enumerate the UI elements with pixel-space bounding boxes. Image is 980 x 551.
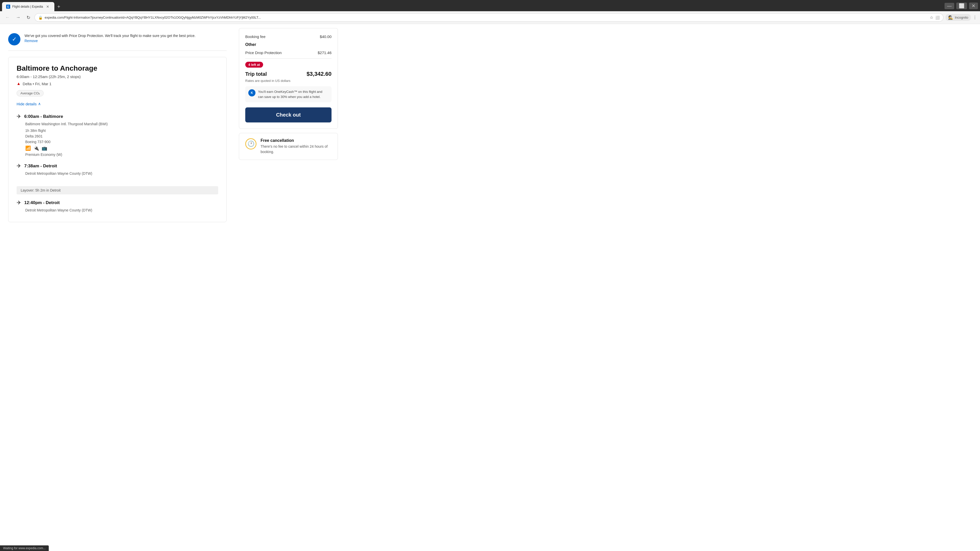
segment-1-duration: 1h 38m flight xyxy=(25,129,218,133)
tab-favicon: E xyxy=(6,5,10,9)
onekeycash-note: K You'll earn OneKeyCash™ on this flight… xyxy=(245,86,331,102)
hide-details-text: Hide details xyxy=(17,102,37,106)
okc-text: You'll earn OneKeyCash™ on this flight a… xyxy=(258,89,328,99)
seats-badge-text: 4 left at xyxy=(245,62,263,68)
other-label: Other xyxy=(245,42,256,47)
price-drop-label: Price Drop Protection xyxy=(245,51,282,55)
status-bar: Waiting for www.expedia.com... xyxy=(0,545,49,551)
price-drop-row: Price Drop Protection $271.46 xyxy=(245,51,331,55)
tab-bar: E Flight details | Expedia ✕ + — ⬜ ✕ xyxy=(0,0,980,11)
price-card: Booking fee $40.00 Other Price Drop Prot… xyxy=(239,28,338,129)
forward-button[interactable]: → xyxy=(14,14,22,21)
hide-details-link[interactable]: Hide details ∧ xyxy=(17,102,218,106)
booking-fee-value: $40.00 xyxy=(320,35,331,39)
refresh-button[interactable]: ↻ xyxy=(24,14,32,21)
departure-plane-2-icon: ✈ xyxy=(17,200,21,206)
airline-text: Delta • Fri, Mar 1 xyxy=(23,82,52,86)
right-sidebar: Booking fee $40.00 Other Price Drop Prot… xyxy=(235,24,342,551)
flight-card: Baltimore to Anchorage 6:00am - 12:25am … xyxy=(8,57,227,222)
cancel-title: Free cancellation xyxy=(261,138,331,143)
segment-3-airport: Detroit Metropolitan Wayne County (DTW) xyxy=(25,208,218,212)
browser-menu-button[interactable]: ⋮ xyxy=(973,15,977,20)
trip-total-row: Trip total $3,342.60 xyxy=(245,71,331,77)
price-drop-value: $271.46 xyxy=(318,51,331,55)
screen-icon: 📺 xyxy=(41,145,47,151)
rates-note: Rates are quoted in US dollars xyxy=(245,79,331,83)
departure-plane-icon: ✈ xyxy=(17,113,21,120)
active-tab[interactable]: E Flight details | Expedia ✕ xyxy=(2,2,54,11)
segment-2-header: ✈ 7:38am - Detroit xyxy=(17,163,218,169)
segment-2: ✈ 7:38am - Detroit Detroit Metropolitan … xyxy=(17,163,218,194)
flight-subtitle: 6:00am - 12:25am (22h 25m, 2 stops) xyxy=(17,75,218,79)
nav-right-controls: 🕵 Incognito ⋮ xyxy=(945,14,977,21)
bookmark-icon[interactable]: ☆ xyxy=(930,15,933,20)
segment-1-header: ✈ 6:00am - Baltimore xyxy=(17,113,218,120)
segment-1-aircraft: Boeing 737-900 xyxy=(25,140,218,144)
incognito-icon: 🕵 xyxy=(948,15,953,20)
new-tab-button[interactable]: + xyxy=(56,3,62,11)
segment-3: ✈ 12:40pm - Detroit Detroit Metropolitan… xyxy=(17,200,218,212)
price-drop-icon: ✓ xyxy=(8,33,21,45)
remove-link[interactable]: Remove xyxy=(24,39,38,43)
maximize-button[interactable]: ⬜ xyxy=(956,3,967,9)
url-text: expedia.com/Flight-Information?journeyCo… xyxy=(45,16,928,19)
delta-triangle-icon: ▲ xyxy=(17,81,21,86)
incognito-label: Incognito xyxy=(955,16,968,19)
booking-fee-label: Booking fee xyxy=(245,35,266,39)
segment-3-header: ✈ 12:40pm - Detroit xyxy=(17,200,218,206)
wifi-icon: 📶 xyxy=(25,145,31,151)
checkout-button[interactable]: Check out xyxy=(245,107,331,122)
segment-1-amenities: 📶 🔌 📺 xyxy=(25,145,218,151)
segment-1-time-place: 6:00am - Baltimore xyxy=(24,114,63,119)
seats-badge: 4 left at xyxy=(245,62,331,71)
trip-total-price: $3,342.60 xyxy=(307,71,331,77)
banner-main-text: We've got you covered with Price Drop Pr… xyxy=(24,33,227,38)
cancel-text-area: Free cancellation There's no fee to canc… xyxy=(261,138,331,155)
power-icon: 🔌 xyxy=(33,145,39,151)
close-window-button[interactable]: ✕ xyxy=(969,3,978,9)
split-view-icon[interactable]: ⬜ xyxy=(935,16,940,20)
clock-icon: 🕐 xyxy=(245,138,256,149)
flight-airline-row: ▲ Delta • Fri, Mar 1 xyxy=(17,81,218,86)
address-bar[interactable]: 🔒 expedia.com/Flight-Information?journey… xyxy=(35,13,943,22)
layover-info: Layover: 5h 2m in Detroit xyxy=(17,186,218,194)
segment-1: ✈ 6:00am - Baltimore Baltimore Washingto… xyxy=(17,113,218,157)
flight-title: Baltimore to Anchorage xyxy=(17,64,218,73)
left-content: ✓ We've got you covered with Price Drop … xyxy=(0,24,235,551)
tab-title: Flight details | Expedia xyxy=(12,5,43,8)
other-section-header: Other xyxy=(245,42,331,47)
browser-chrome: E Flight details | Expedia ✕ + — ⬜ ✕ ← →… xyxy=(0,0,980,24)
segment-1-airport: Baltimore Washington Intl. Thurgood Mars… xyxy=(25,122,218,126)
chevron-up-icon: ∧ xyxy=(38,102,41,106)
lock-icon: 🔒 xyxy=(38,16,43,20)
okc-letter: K xyxy=(251,91,253,95)
incognito-badge: 🕵 Incognito xyxy=(945,14,971,21)
cancel-description: There's no fee to cancel within 24 hours… xyxy=(261,144,331,155)
page-wrapper: ✓ We've got you covered with Price Drop … xyxy=(0,24,980,551)
price-drop-banner: ✓ We've got you covered with Price Drop … xyxy=(8,29,227,51)
segment-1-flight-number: Delta 2601 xyxy=(25,134,218,138)
arrival-plane-icon: ✈ xyxy=(17,163,21,169)
banner-text-area: We've got you covered with Price Drop Pr… xyxy=(24,33,227,43)
shield-checkmark-icon: ✓ xyxy=(12,36,17,43)
segment-3-time-place: 12:40pm - Detroit xyxy=(24,200,60,205)
minimize-button[interactable]: — xyxy=(945,3,954,9)
booking-fee-row: Booking fee $40.00 xyxy=(245,35,331,39)
status-text: Waiting for www.expedia.com... xyxy=(3,546,46,550)
co2-badge: Average CO₂ xyxy=(17,90,44,97)
onekeycash-icon: K xyxy=(248,89,256,97)
trip-total-label: Trip total xyxy=(245,71,267,77)
nav-bar: ← → ↻ 🔒 expedia.com/Flight-Information?j… xyxy=(0,11,980,24)
layover-text: Layover: 5h 2m in Detroit xyxy=(21,188,60,192)
tab-close-button[interactable]: ✕ xyxy=(45,4,50,9)
segment-1-cabin-class: Premium Economy (W) xyxy=(25,152,218,157)
segment-2-airport: Detroit Metropolitan Wayne County (DTW) xyxy=(25,171,218,176)
segment-2-time-place: 7:38am - Detroit xyxy=(24,164,57,168)
back-button[interactable]: ← xyxy=(3,14,12,21)
free-cancellation-card: 🕐 Free cancellation There's no fee to ca… xyxy=(239,133,338,160)
